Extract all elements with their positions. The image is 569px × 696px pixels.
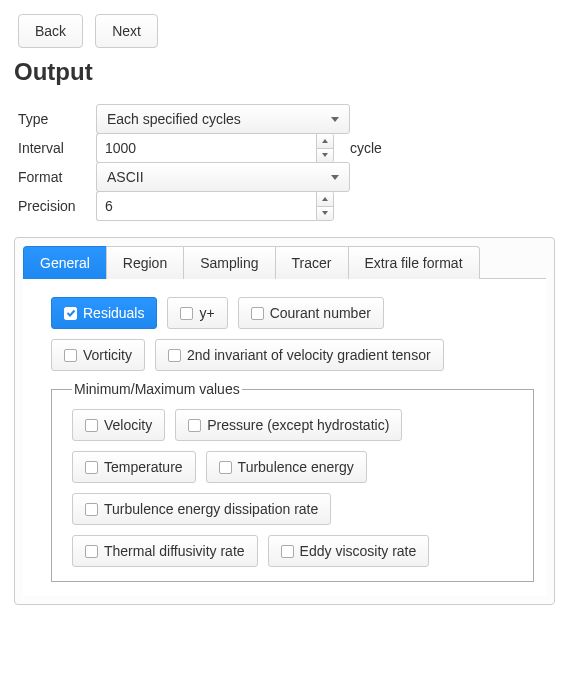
- type-select[interactable]: Each specified cycles: [96, 104, 350, 134]
- checkbox-icon: [168, 349, 181, 362]
- toggle-second-invariant[interactable]: 2nd invariant of velocity gradient tenso…: [155, 339, 444, 371]
- toggle-pressure-label: Pressure (except hydrostatic): [207, 417, 389, 433]
- precision-label: Precision: [18, 192, 86, 220]
- page-title: Output: [14, 58, 555, 86]
- caret-up-icon: [322, 197, 328, 201]
- toggle-temperature[interactable]: Temperature: [72, 451, 196, 483]
- toggle-thermal-diff[interactable]: Thermal diffusivity rate: [72, 535, 258, 567]
- toggle-second-invariant-label: 2nd invariant of velocity gradient tenso…: [187, 347, 431, 363]
- precision-step-down[interactable]: [317, 207, 333, 221]
- toggle-vorticity[interactable]: Vorticity: [51, 339, 145, 371]
- toggle-velocity[interactable]: Velocity: [72, 409, 165, 441]
- output-tabs-panel: General Region Sampling Tracer Extra fil…: [14, 237, 555, 605]
- interval-input[interactable]: [96, 133, 316, 163]
- toggle-eddy-visc[interactable]: Eddy viscosity rate: [268, 535, 430, 567]
- type-label: Type: [18, 105, 86, 133]
- interval-step-down[interactable]: [317, 149, 333, 163]
- tab-tracer[interactable]: Tracer: [275, 246, 349, 279]
- tab-region[interactable]: Region: [106, 246, 184, 279]
- format-select-value: ASCII: [107, 169, 144, 185]
- checkbox-icon: [251, 307, 264, 320]
- toggle-turb-energy[interactable]: Turbulence energy: [206, 451, 367, 483]
- toggle-vorticity-label: Vorticity: [83, 347, 132, 363]
- toggle-pressure[interactable]: Pressure (except hydrostatic): [175, 409, 402, 441]
- checkbox-icon: [64, 349, 77, 362]
- checkbox-icon: [219, 461, 232, 474]
- type-select-value: Each specified cycles: [107, 111, 241, 127]
- checkbox-icon: [85, 545, 98, 558]
- checkbox-icon: [281, 545, 294, 558]
- interval-unit: cycle: [350, 140, 382, 156]
- minmax-legend: Minimum/Maximum values: [72, 381, 242, 397]
- checkbox-icon: [64, 307, 77, 320]
- toggle-eddy-visc-label: Eddy viscosity rate: [300, 543, 417, 559]
- format-label: Format: [18, 163, 86, 191]
- format-select[interactable]: ASCII: [96, 162, 350, 192]
- precision-step-up[interactable]: [317, 192, 333, 207]
- toggle-turb-diss[interactable]: Turbulence energy dissipation rate: [72, 493, 331, 525]
- tab-sampling[interactable]: Sampling: [183, 246, 275, 279]
- toggle-yplus[interactable]: y+: [167, 297, 227, 329]
- next-button[interactable]: Next: [95, 14, 158, 48]
- chevron-down-icon: [331, 175, 339, 180]
- toggle-courant[interactable]: Courant number: [238, 297, 384, 329]
- interval-step-up[interactable]: [317, 134, 333, 149]
- checkbox-icon: [85, 419, 98, 432]
- checkbox-icon: [85, 503, 98, 516]
- tab-general[interactable]: General: [23, 246, 107, 279]
- checkbox-icon: [180, 307, 193, 320]
- toggle-yplus-label: y+: [199, 305, 214, 321]
- chevron-down-icon: [331, 117, 339, 122]
- caret-down-icon: [322, 211, 328, 215]
- toggle-temperature-label: Temperature: [104, 459, 183, 475]
- tab-extra-file-format[interactable]: Extra file format: [348, 246, 480, 279]
- toggle-velocity-label: Velocity: [104, 417, 152, 433]
- back-button[interactable]: Back: [18, 14, 83, 48]
- toggle-residuals[interactable]: Residuals: [51, 297, 157, 329]
- tab-general-content: Residuals y+ Courant number Vorticity 2n…: [23, 278, 546, 596]
- toggle-turb-diss-label: Turbulence energy dissipation rate: [104, 501, 318, 517]
- toggle-turb-energy-label: Turbulence energy: [238, 459, 354, 475]
- checkbox-icon: [188, 419, 201, 432]
- toggle-residuals-label: Residuals: [83, 305, 144, 321]
- caret-up-icon: [322, 139, 328, 143]
- checkbox-icon: [85, 461, 98, 474]
- precision-input[interactable]: [96, 191, 316, 221]
- interval-label: Interval: [18, 134, 86, 162]
- toggle-courant-label: Courant number: [270, 305, 371, 321]
- toggle-thermal-diff-label: Thermal diffusivity rate: [104, 543, 245, 559]
- caret-down-icon: [322, 153, 328, 157]
- minmax-group: Minimum/Maximum values Velocity Pressure…: [51, 381, 534, 582]
